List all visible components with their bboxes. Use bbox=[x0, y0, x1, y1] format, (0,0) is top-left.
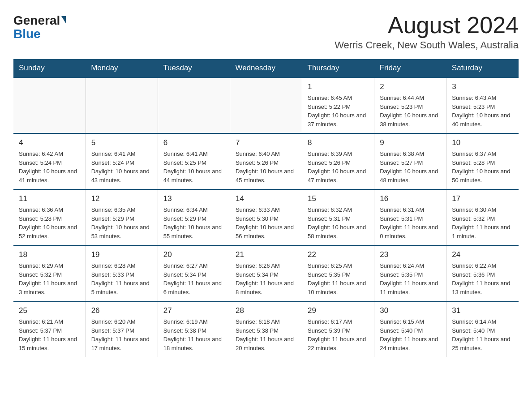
day-number: 11 bbox=[19, 194, 80, 203]
day-info: Sunrise: 6:33 AM Sunset: 5:30 PM Dayligh… bbox=[236, 206, 296, 240]
calendar-cell: 23Sunrise: 6:24 AM Sunset: 5:35 PM Dayli… bbox=[374, 245, 446, 301]
logo: General Blue bbox=[13, 13, 66, 41]
day-number: 21 bbox=[236, 250, 296, 259]
calendar-cell: 31Sunrise: 6:14 AM Sunset: 5:40 PM Dayli… bbox=[446, 301, 519, 357]
day-info: Sunrise: 6:32 AM Sunset: 5:31 PM Dayligh… bbox=[308, 206, 369, 240]
calendar-cell bbox=[86, 77, 158, 133]
calendar-cell: 14Sunrise: 6:33 AM Sunset: 5:30 PM Dayli… bbox=[230, 189, 302, 245]
calendar-cell: 30Sunrise: 6:15 AM Sunset: 5:40 PM Dayli… bbox=[374, 301, 446, 357]
calendar-week-4: 18Sunrise: 6:29 AM Sunset: 5:32 PM Dayli… bbox=[13, 245, 519, 301]
calendar-header-friday: Friday bbox=[374, 59, 446, 77]
calendar-week-5: 25Sunrise: 6:21 AM Sunset: 5:37 PM Dayli… bbox=[13, 301, 519, 357]
calendar-cell: 13Sunrise: 6:34 AM Sunset: 5:29 PM Dayli… bbox=[158, 189, 230, 245]
day-info: Sunrise: 6:15 AM Sunset: 5:40 PM Dayligh… bbox=[380, 317, 441, 352]
day-info: Sunrise: 6:37 AM Sunset: 5:28 PM Dayligh… bbox=[452, 150, 513, 184]
day-number: 28 bbox=[236, 306, 296, 315]
calendar-week-2: 4Sunrise: 6:42 AM Sunset: 5:24 PM Daylig… bbox=[13, 133, 519, 189]
day-info: Sunrise: 6:26 AM Sunset: 5:34 PM Dayligh… bbox=[236, 261, 296, 296]
calendar-cell: 17Sunrise: 6:30 AM Sunset: 5:32 PM Dayli… bbox=[446, 189, 519, 245]
calendar-header-wednesday: Wednesday bbox=[230, 59, 302, 77]
day-info: Sunrise: 6:38 AM Sunset: 5:27 PM Dayligh… bbox=[380, 150, 441, 184]
day-number: 14 bbox=[236, 194, 296, 203]
calendar-cell: 1Sunrise: 6:45 AM Sunset: 5:22 PM Daylig… bbox=[302, 77, 374, 133]
day-number: 29 bbox=[308, 306, 369, 315]
day-info: Sunrise: 6:41 AM Sunset: 5:24 PM Dayligh… bbox=[91, 150, 152, 184]
day-number: 27 bbox=[163, 306, 224, 315]
calendar-week-1: 1Sunrise: 6:45 AM Sunset: 5:22 PM Daylig… bbox=[13, 77, 519, 133]
day-number: 23 bbox=[380, 250, 441, 259]
day-info: Sunrise: 6:18 AM Sunset: 5:38 PM Dayligh… bbox=[236, 317, 296, 352]
day-info: Sunrise: 6:30 AM Sunset: 5:32 PM Dayligh… bbox=[452, 206, 513, 240]
day-info: Sunrise: 6:24 AM Sunset: 5:35 PM Dayligh… bbox=[380, 261, 441, 296]
day-number: 25 bbox=[19, 306, 80, 315]
day-number: 9 bbox=[380, 138, 441, 147]
day-info: Sunrise: 6:27 AM Sunset: 5:34 PM Dayligh… bbox=[163, 261, 224, 296]
day-number: 16 bbox=[380, 194, 441, 203]
calendar-cell: 25Sunrise: 6:21 AM Sunset: 5:37 PM Dayli… bbox=[13, 301, 86, 357]
calendar-cell: 3Sunrise: 6:43 AM Sunset: 5:23 PM Daylig… bbox=[446, 77, 519, 133]
day-number: 2 bbox=[380, 82, 441, 91]
day-info: Sunrise: 6:41 AM Sunset: 5:25 PM Dayligh… bbox=[163, 150, 224, 184]
day-info: Sunrise: 6:39 AM Sunset: 5:26 PM Dayligh… bbox=[308, 150, 369, 184]
day-number: 5 bbox=[91, 138, 152, 147]
calendar-cell: 22Sunrise: 6:25 AM Sunset: 5:35 PM Dayli… bbox=[302, 245, 374, 301]
calendar-cell: 24Sunrise: 6:22 AM Sunset: 5:36 PM Dayli… bbox=[446, 245, 519, 301]
calendar-cell: 19Sunrise: 6:28 AM Sunset: 5:33 PM Dayli… bbox=[86, 245, 158, 301]
day-info: Sunrise: 6:31 AM Sunset: 5:31 PM Dayligh… bbox=[380, 206, 441, 240]
day-info: Sunrise: 6:35 AM Sunset: 5:29 PM Dayligh… bbox=[91, 206, 152, 240]
day-info: Sunrise: 6:44 AM Sunset: 5:23 PM Dayligh… bbox=[380, 94, 441, 128]
month-title: August 2024 bbox=[335, 13, 519, 37]
calendar-header-tuesday: Tuesday bbox=[158, 59, 230, 77]
calendar-cell: 16Sunrise: 6:31 AM Sunset: 5:31 PM Dayli… bbox=[374, 189, 446, 245]
day-number: 20 bbox=[163, 250, 224, 259]
location: Werris Creek, New South Wales, Australia bbox=[335, 39, 519, 51]
day-number: 31 bbox=[452, 306, 513, 315]
logo-general-text: General bbox=[13, 13, 60, 28]
day-info: Sunrise: 6:29 AM Sunset: 5:32 PM Dayligh… bbox=[19, 261, 80, 296]
calendar-cell: 11Sunrise: 6:36 AM Sunset: 5:28 PM Dayli… bbox=[13, 189, 86, 245]
calendar-header-row: SundayMondayTuesdayWednesdayThursdayFrid… bbox=[13, 59, 519, 77]
calendar-cell: 29Sunrise: 6:17 AM Sunset: 5:39 PM Dayli… bbox=[302, 301, 374, 357]
day-info: Sunrise: 6:45 AM Sunset: 5:22 PM Dayligh… bbox=[308, 94, 369, 128]
calendar-cell: 4Sunrise: 6:42 AM Sunset: 5:24 PM Daylig… bbox=[13, 133, 86, 189]
day-number: 7 bbox=[236, 138, 296, 147]
day-info: Sunrise: 6:21 AM Sunset: 5:37 PM Dayligh… bbox=[19, 317, 80, 352]
calendar-cell bbox=[158, 77, 230, 133]
day-info: Sunrise: 6:36 AM Sunset: 5:28 PM Dayligh… bbox=[19, 206, 80, 240]
day-info: Sunrise: 6:40 AM Sunset: 5:26 PM Dayligh… bbox=[236, 150, 296, 184]
title-block: August 2024 Werris Creek, New South Wale… bbox=[335, 13, 519, 51]
calendar-cell: 12Sunrise: 6:35 AM Sunset: 5:29 PM Dayli… bbox=[86, 189, 158, 245]
calendar-table: SundayMondayTuesdayWednesdayThursdayFrid… bbox=[13, 59, 519, 357]
day-info: Sunrise: 6:25 AM Sunset: 5:35 PM Dayligh… bbox=[308, 261, 369, 296]
calendar-cell: 10Sunrise: 6:37 AM Sunset: 5:28 PM Dayli… bbox=[446, 133, 519, 189]
day-info: Sunrise: 6:42 AM Sunset: 5:24 PM Dayligh… bbox=[19, 150, 80, 184]
calendar-header-thursday: Thursday bbox=[302, 59, 374, 77]
calendar-cell: 5Sunrise: 6:41 AM Sunset: 5:24 PM Daylig… bbox=[86, 133, 158, 189]
calendar-week-3: 11Sunrise: 6:36 AM Sunset: 5:28 PM Dayli… bbox=[13, 189, 519, 245]
calendar-cell: 2Sunrise: 6:44 AM Sunset: 5:23 PM Daylig… bbox=[374, 77, 446, 133]
day-number: 26 bbox=[91, 306, 152, 315]
day-info: Sunrise: 6:34 AM Sunset: 5:29 PM Dayligh… bbox=[163, 206, 224, 240]
day-info: Sunrise: 6:19 AM Sunset: 5:38 PM Dayligh… bbox=[163, 317, 224, 352]
day-info: Sunrise: 6:43 AM Sunset: 5:23 PM Dayligh… bbox=[452, 94, 513, 128]
day-number: 8 bbox=[308, 138, 369, 147]
day-number: 3 bbox=[452, 82, 513, 91]
day-info: Sunrise: 6:28 AM Sunset: 5:33 PM Dayligh… bbox=[91, 261, 152, 296]
calendar-cell: 15Sunrise: 6:32 AM Sunset: 5:31 PM Dayli… bbox=[302, 189, 374, 245]
day-number: 10 bbox=[452, 138, 513, 147]
calendar-header-saturday: Saturday bbox=[446, 59, 519, 77]
logo-arrow-icon bbox=[61, 16, 66, 23]
calendar-cell: 7Sunrise: 6:40 AM Sunset: 5:26 PM Daylig… bbox=[230, 133, 302, 189]
calendar-cell: 18Sunrise: 6:29 AM Sunset: 5:32 PM Dayli… bbox=[13, 245, 86, 301]
day-info: Sunrise: 6:17 AM Sunset: 5:39 PM Dayligh… bbox=[308, 317, 369, 352]
day-number: 12 bbox=[91, 194, 152, 203]
calendar-cell bbox=[230, 77, 302, 133]
day-number: 19 bbox=[91, 250, 152, 259]
calendar-cell: 20Sunrise: 6:27 AM Sunset: 5:34 PM Dayli… bbox=[158, 245, 230, 301]
calendar-cell: 9Sunrise: 6:38 AM Sunset: 5:27 PM Daylig… bbox=[374, 133, 446, 189]
calendar-header-monday: Monday bbox=[86, 59, 158, 77]
calendar-cell: 27Sunrise: 6:19 AM Sunset: 5:38 PM Dayli… bbox=[158, 301, 230, 357]
day-number: 24 bbox=[452, 250, 513, 259]
calendar-cell: 6Sunrise: 6:41 AM Sunset: 5:25 PM Daylig… bbox=[158, 133, 230, 189]
day-number: 4 bbox=[19, 138, 80, 147]
